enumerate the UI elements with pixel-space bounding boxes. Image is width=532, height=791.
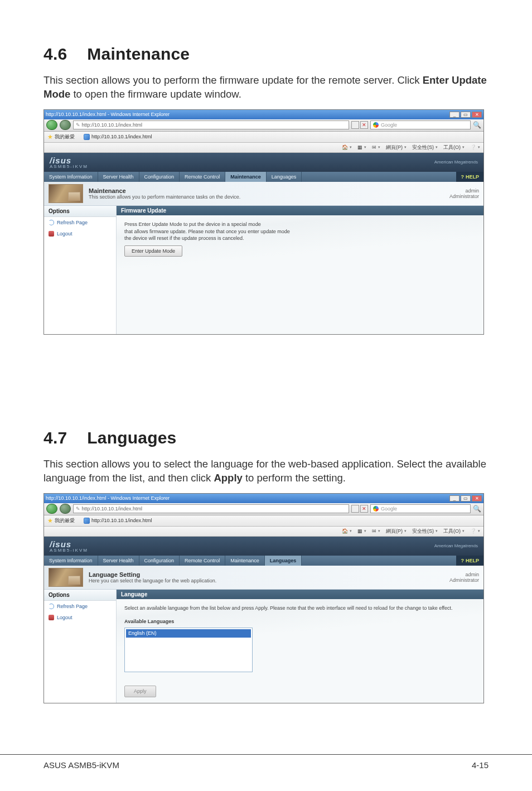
close-button[interactable]: ✕ — [472, 112, 482, 118]
device-thumbnail — [49, 184, 83, 203]
asus-header: /isus ASMB5-iKVM American Megatrends — [44, 153, 483, 172]
safety-menu[interactable]: 安全性(S)▾ — [412, 144, 438, 151]
tab-system-information[interactable]: System Information — [44, 556, 98, 566]
address-url: http://10.10.10.1/index.html — [82, 506, 143, 512]
refresh-icon[interactable] — [351, 505, 359, 513]
asus-header: /isus ASMB5-iKVM American Megatrends — [44, 537, 483, 556]
sidebar-item-refresh[interactable]: Refresh Page — [44, 601, 116, 612]
language-listbox[interactable]: English (EN) — [124, 628, 253, 672]
help-button[interactable]: ?HELP — [456, 172, 483, 182]
refresh-icon — [49, 604, 54, 609]
page-tab[interactable]: http://10.10.10.1/index.html — [84, 134, 152, 140]
pane-content: Press Enter Update Mode to put the devic… — [117, 215, 483, 262]
tools-menu[interactable]: 工具(O)▾ — [443, 528, 465, 535]
tab-configuration[interactable]: Configuration — [139, 172, 180, 182]
maximize-button[interactable]: ▭ — [461, 495, 471, 501]
sidebar-item-logout[interactable]: Logout — [44, 612, 116, 623]
search-magnifier-icon[interactable]: 🔍 — [473, 121, 481, 129]
help-menu[interactable]: ❔▾ — [470, 144, 480, 150]
help-button[interactable]: ?HELP — [456, 556, 483, 566]
search-magnifier-icon[interactable]: 🔍 — [473, 505, 481, 513]
sidebar-header: Options — [44, 206, 116, 217]
feeds-menu[interactable]: ▦▾ — [357, 528, 366, 534]
close-button[interactable]: ✕ — [472, 495, 482, 501]
asus-product: ASMB5-iKVM — [50, 548, 88, 553]
username: admin — [449, 188, 479, 194]
tab-server-health[interactable]: Server Health — [98, 556, 139, 566]
page-title: Maintenance — [89, 187, 444, 194]
logout-icon — [49, 231, 54, 237]
home-menu[interactable]: 🏠▾ — [342, 144, 352, 150]
tab-maintenance[interactable]: Maintenance — [225, 172, 267, 182]
page-menu[interactable]: 網頁(P)▾ — [386, 144, 407, 151]
board-vendor: American Megatrends — [434, 160, 478, 165]
instruction-line: that allows firmware update. Please note… — [124, 228, 476, 235]
enter-update-mode-button[interactable]: Enter Update Mode — [124, 245, 182, 257]
refresh-icon — [49, 220, 54, 225]
text: to perform the setting. — [243, 472, 346, 484]
text: This section allows you to perform the f… — [43, 74, 423, 86]
tab-remote-control[interactable]: Remote Control — [180, 556, 225, 566]
safety-menu[interactable]: 安全性(S)▾ — [412, 528, 438, 535]
favorites-label[interactable]: ★我的最愛 — [47, 517, 75, 524]
sidebar-item-logout[interactable]: Logout — [44, 228, 116, 239]
footer-page-number: 4-15 — [472, 760, 489, 770]
page-tab[interactable]: http://10.10.10.1/index.html — [84, 518, 152, 524]
search-bar[interactable]: Google — [370, 120, 471, 129]
search-bar[interactable]: Google — [370, 504, 471, 513]
favorites-row: ★我的最愛 http://10.10.10.1/index.html — [44, 132, 483, 143]
stop-icon[interactable]: ✕ — [360, 121, 368, 129]
feeds-menu[interactable]: ▦▾ — [357, 144, 366, 150]
tab-languages[interactable]: Languages — [265, 556, 302, 566]
language-option-selected[interactable]: English (EN) — [126, 629, 251, 638]
available-languages-label: Available Languages — [124, 618, 476, 625]
section-4-7-number: 4.7 — [43, 428, 67, 447]
user-role: Administrator — [449, 577, 479, 583]
maximize-button[interactable]: ▭ — [461, 112, 471, 118]
window-buttons: _ ▭ ✕ — [449, 495, 482, 501]
search-placeholder: Google — [381, 122, 397, 128]
page-footer: ASUS ASMB5-iKVM 4-15 — [0, 754, 532, 770]
command-row: 🏠▾ ▦▾ ✉▾ 網頁(P)▾ 安全性(S)▾ 工具(O)▾ ❔▾ — [44, 527, 483, 537]
sidebar-item-refresh[interactable]: Refresh Page — [44, 217, 116, 228]
tab-system-information[interactable]: System Information — [44, 172, 98, 182]
tab-configuration[interactable]: Configuration — [139, 556, 180, 566]
help-icon: ? — [461, 174, 464, 180]
ie-icon — [84, 518, 90, 524]
help-menu[interactable]: ❔▾ — [470, 528, 480, 534]
tab-server-health[interactable]: Server Health — [98, 172, 139, 182]
main-nav: System Information Server Health Configu… — [44, 172, 483, 182]
sidebar-header: Options — [44, 590, 116, 601]
tab-maintenance[interactable]: Maintenance — [225, 556, 265, 566]
window-buttons: _ ▭ ✕ — [449, 112, 482, 118]
maintenance-screenshot: http://10.10.10.1/index.html - Windows I… — [43, 109, 484, 335]
apply-button[interactable]: Apply — [124, 686, 156, 697]
page-subheader: Language Setting Here you can select the… — [44, 566, 483, 590]
mail-menu[interactable]: ✉▾ — [372, 528, 380, 534]
minimize-button[interactable]: _ — [449, 495, 460, 501]
star-icon: ★ — [47, 133, 53, 141]
address-bar[interactable]: ✎ http://10.10.10.1/index.html — [73, 120, 349, 129]
tab-remote-control[interactable]: Remote Control — [180, 172, 225, 182]
pane-title: Language — [117, 590, 483, 599]
ie-icon — [84, 134, 90, 140]
stop-icon[interactable]: ✕ — [360, 505, 368, 513]
main-nav: System Information Server Health Configu… — [44, 556, 483, 566]
favorites-label[interactable]: ★我的最愛 — [47, 133, 75, 141]
refresh-icon[interactable] — [351, 121, 359, 129]
instruction-text: Select an available language from the li… — [124, 605, 476, 612]
address-row: ✎ http://10.10.10.1/index.html ✕ Google … — [44, 119, 483, 132]
tools-menu[interactable]: 工具(O)▾ — [443, 144, 465, 151]
back-button[interactable] — [46, 120, 57, 130]
back-button[interactable] — [46, 504, 57, 514]
home-menu[interactable]: 🏠▾ — [342, 528, 352, 534]
tab-languages[interactable]: Languages — [267, 172, 302, 182]
minimize-button[interactable]: _ — [449, 112, 460, 118]
page-menu[interactable]: 網頁(P)▾ — [386, 528, 407, 535]
mail-menu[interactable]: ✉▾ — [372, 144, 380, 150]
forward-button[interactable] — [60, 120, 71, 130]
apply-term: Apply — [214, 472, 242, 484]
forward-button[interactable] — [60, 504, 71, 514]
address-bar[interactable]: ✎ http://10.10.10.1/index.html — [73, 504, 349, 513]
page-subheader: Maintenance This section allows you to p… — [44, 182, 483, 206]
